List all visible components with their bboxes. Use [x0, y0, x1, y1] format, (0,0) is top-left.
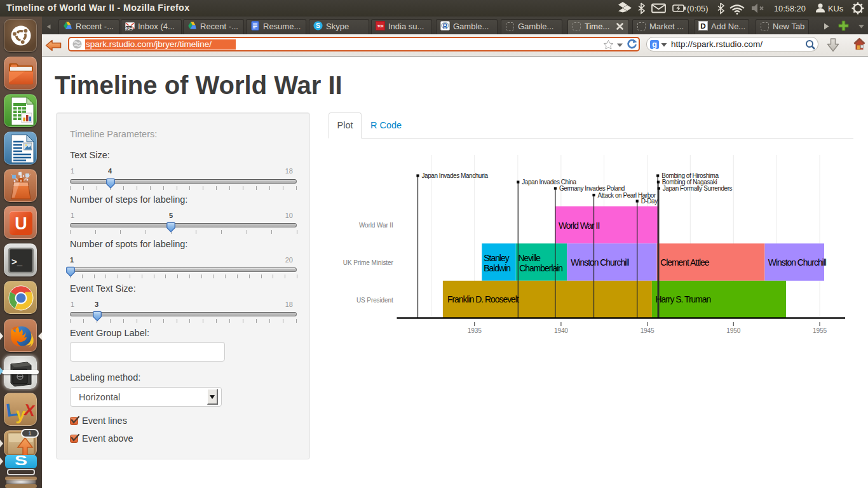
svg-text:(0:05): (0:05) — [687, 4, 708, 13]
svg-text:KUs: KUs — [828, 4, 843, 13]
svg-text:40+: 40+ — [125, 26, 132, 30]
svg-text:10:58:20: 10:58:20 — [774, 4, 806, 13]
svg-text:X: X — [23, 400, 36, 419]
svg-text:D: D — [700, 22, 705, 30]
svg-text:>_: >_ — [11, 256, 23, 267]
svg-text:S: S — [316, 22, 320, 29]
svg-text:R: R — [443, 23, 448, 30]
svg-text:TOI: TOI — [377, 24, 383, 28]
